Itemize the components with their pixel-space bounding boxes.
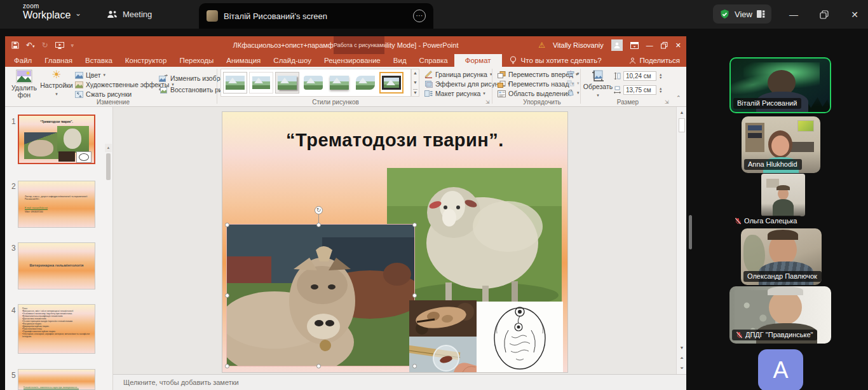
tell-me-box[interactable]: Что вы хотите сделать? [510, 56, 602, 65]
resize-handle-e[interactable] [412, 293, 417, 298]
tab-view[interactable]: Вид [387, 54, 413, 67]
rotate-objects-icon[interactable]: ▾ [567, 90, 580, 96]
minimize-button[interactable]: — [783, 0, 804, 29]
avatar-letter: A [773, 357, 788, 384]
tab-home[interactable]: Главная [38, 54, 79, 67]
more-options-icon[interactable]: ⋯ [413, 10, 426, 22]
video-tile-5[interactable]: ДПДГ "Правдинське" [729, 286, 831, 344]
picture-style-4[interactable] [301, 72, 325, 94]
zoom-title-bar: zoom Workplace ⌄ Meeting Віталій Рисован… [0, 0, 868, 29]
ppt-minimize-button[interactable]: — [646, 41, 653, 49]
ribbon-tab-row: Файл Главная Вставка Конструктор Переход… [5, 54, 686, 67]
color-button[interactable]: Цвет▾ [75, 71, 105, 79]
ppt-restore-button[interactable] [661, 42, 668, 49]
picture-style-2[interactable] [249, 72, 273, 94]
picture-layout-button[interactable]: Макет рисунка▾ [424, 90, 485, 97]
width-spinner[interactable]: ▲▼ [659, 87, 662, 94]
resize-handle-ne[interactable] [412, 223, 417, 227]
next-slide-button[interactable]: ⏷ [677, 364, 687, 373]
group-label-arrange: Упорядочить [507, 99, 577, 106]
align-objects-icon[interactable]: ▾ [567, 71, 580, 77]
resize-handle-s[interactable] [316, 364, 321, 368]
group-objects-icon[interactable]: ▾ [567, 80, 580, 87]
previous-slide-button[interactable]: ⏶ [677, 354, 687, 363]
account-avatar-icon[interactable] [611, 39, 623, 51]
tab-animations[interactable]: Анимация [220, 54, 267, 67]
tab-insert[interactable]: Вставка [79, 54, 119, 67]
video-tile-1[interactable]: Віталій Рисований [729, 57, 831, 113]
slide-number: 2 [11, 182, 16, 191]
height-spinner[interactable]: ▲▼ [659, 73, 662, 80]
resize-handle-se[interactable] [412, 364, 417, 368]
collapse-ribbon-icon[interactable]: ⌃ [676, 95, 681, 101]
crop-button[interactable]: Обрезать ▾ [585, 69, 611, 99]
slide-thumbnail-2[interactable]: Лектор, к.вет.н., доцент кафедри епізоот… [18, 181, 95, 228]
video-tile-3[interactable] [761, 174, 805, 216]
close-button[interactable]: ✕ [844, 0, 865, 29]
slide-editor-area[interactable]: “Трематодози тварин”. [113, 107, 676, 374]
styles-dialog-launcher-icon[interactable]: ⇲ [485, 99, 490, 105]
video-tile-6-avatar[interactable]: A [758, 349, 803, 390]
slide-thumbnail-1[interactable]: “Трематодози тварин”. [18, 115, 95, 164]
picture-style-3[interactable] [275, 72, 299, 94]
tab-format-active[interactable]: Формат [454, 54, 502, 67]
width-input: 13,75 см [623, 85, 656, 95]
picture-style-5[interactable] [327, 72, 351, 94]
security-shield-icon[interactable] [719, 9, 730, 20]
rotation-handle[interactable]: ↻ [315, 206, 323, 214]
cow-photo-selected[interactable] [227, 225, 414, 366]
view-button[interactable]: View [713, 4, 771, 24]
sidebar-scrollbar[interactable] [689, 215, 692, 249]
shape-height-field[interactable]: 10,24 см ▲▼ [614, 71, 662, 81]
bring-forward-button[interactable]: Переместить вперед▾ [498, 71, 578, 78]
tab-shared-screen[interactable]: Віталій Рисований's screen ⋯ [199, 3, 433, 29]
resize-handle-w[interactable] [225, 293, 229, 298]
ppt-close-button[interactable]: ✕ [675, 41, 681, 50]
notes-pane[interactable]: Щелкните, чтобы добавить заметки [113, 374, 686, 390]
slide-scrollbar[interactable]: ▲ ▼ ⏶ ⏷ [676, 107, 686, 374]
account-name[interactable]: Vitally Risovaniy [553, 41, 604, 49]
share-button[interactable]: Поделиться [629, 54, 680, 67]
picture-style-6[interactable] [353, 72, 377, 94]
remove-background-button[interactable]: Удалить фон [10, 69, 38, 99]
ribbon-display-options-icon[interactable] [630, 42, 639, 49]
slide-title-text[interactable]: “Трематодози тварин”. [222, 130, 567, 151]
resize-handle-nw[interactable] [225, 223, 229, 227]
gallery-scroll-rail[interactable]: ▲▼▼ [411, 69, 419, 97]
corrections-button[interactable]: ☀ Настройки ▾ [42, 69, 71, 97]
tab-meeting[interactable]: Meeting [107, 0, 152, 29]
video-tile-4[interactable]: Олександр Павлючок [741, 228, 822, 285]
chevron-down-icon[interactable]: ⌄ [75, 9, 81, 18]
notes-placeholder: Щелкните, чтобы добавить заметки [123, 379, 239, 386]
resize-handle-sw[interactable] [225, 364, 229, 368]
slide-thumbnail-3[interactable]: Ветеринарна гельмінтологія [18, 242, 95, 289]
panel-scrollbar[interactable]: ▲ [105, 144, 112, 390]
tab-help[interactable]: Справка [413, 54, 454, 67]
group-label-adjust: Изменение [69, 99, 158, 106]
compress-pictures-button[interactable]: Сжать рисунки [75, 90, 132, 98]
restore-button[interactable] [813, 0, 835, 29]
picture-style-1[interactable] [223, 72, 247, 94]
video-tile-2[interactable]: Anna Hlukhodid [742, 116, 820, 173]
tab-transitions[interactable]: Переходы [173, 54, 220, 67]
height-input: 10,24 см [623, 71, 656, 81]
slide-thumbnail-4[interactable]: План: •Визначення, зміст і обсяг ветерин… [18, 304, 95, 354]
sun-icon: ☀ [51, 69, 61, 81]
size-dialog-launcher-icon[interactable]: ⇲ [665, 99, 669, 105]
shape-width-field[interactable]: 13,75 см ▲▼ [614, 85, 662, 95]
tab-slideshow[interactable]: Слайд-шоу [267, 54, 318, 67]
selection-pane-button[interactable]: Область выделения [498, 90, 571, 97]
tab-review[interactable]: Рецензирование [318, 54, 387, 67]
tab-file[interactable]: Файл [5, 54, 38, 67]
fluke-in-dish-photo [409, 337, 477, 372]
picture-border-button[interactable]: Граница рисунка▾ [424, 71, 492, 78]
zoom-logo: zoom [23, 3, 39, 10]
send-backward-button[interactable]: Переместить назад▾ [498, 80, 574, 88]
resize-handle-n[interactable] [316, 223, 321, 227]
picture-styles-gallery[interactable] [220, 69, 411, 97]
tab-design[interactable]: Конструктор [119, 54, 173, 67]
slide-thumbnail-5[interactable]: Гельмінтологія– комплексна наука про зах… [18, 369, 95, 390]
picture-style-7-selected[interactable] [379, 72, 403, 94]
share-button-label: Поделиться [639, 57, 680, 64]
current-slide-canvas[interactable]: “Трематодози тварин”. [222, 112, 567, 372]
